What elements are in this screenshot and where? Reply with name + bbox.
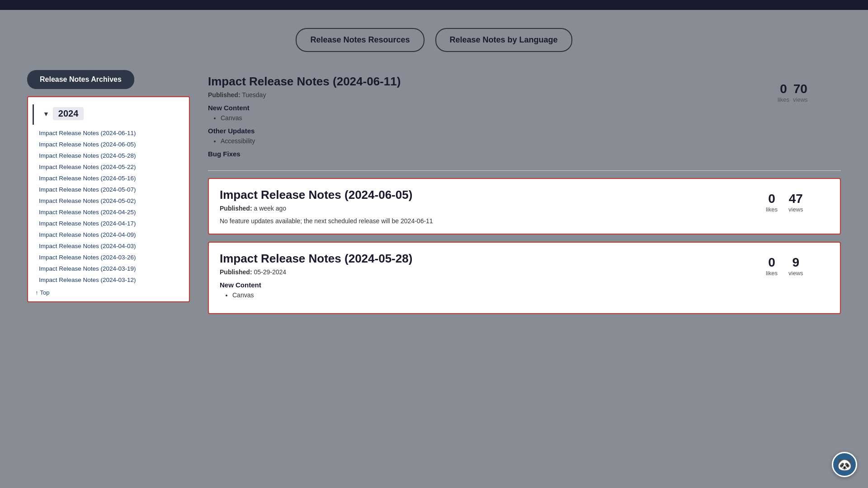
year-label: 2024 [53,107,84,120]
sidebar-item[interactable]: Impact Release Notes (2024-03-26) [35,252,182,263]
article-3-likes-label: likes [766,270,778,277]
article-2-title[interactable]: Impact Release Notes (2024-06-05) [220,188,766,202]
sidebar-item[interactable]: Impact Release Notes (2024-05-22) [35,161,182,173]
sidebar-item[interactable]: Impact Release Notes (2024-06-05) [35,139,182,150]
article-3-stats: 0 likes 9 views [766,252,829,277]
top-arrow-icon: ↑ [35,289,38,296]
article-2-views: 47 views [788,192,803,213]
article-3-title[interactable]: Impact Release Notes (2024-05-28) [220,252,766,266]
article-1-views: 70 views [793,82,808,103]
sidebar-item[interactable]: Impact Release Notes (2024-05-28) [35,150,182,161]
sidebar-item[interactable]: Impact Release Notes (2024-04-17) [35,218,182,229]
article-3-views-label: views [788,270,803,277]
top-label: Top [40,289,50,296]
sidebar-panel: ▼ 2024 Impact Release Notes (2024-06-11)… [27,96,190,302]
article-1: Impact Release Notes (2024-06-11) Publis… [208,70,841,171]
sidebar-item[interactable]: Impact Release Notes (2024-03-12) [35,274,182,286]
article-3-likes-count: 0 [766,255,778,270]
article-1-likes: 0 likes [778,82,789,103]
sidebar-list: Impact Release Notes (2024-06-11) Impact… [28,127,189,286]
sidebar-item[interactable]: Impact Release Notes (2024-06-11) [35,127,182,139]
article-2-likes: 0 likes [766,192,778,213]
article-3-published: Published: 05-29-2024 [220,268,766,276]
sidebar-item[interactable]: Impact Release Notes (2024-03-19) [35,263,182,274]
article-1-likes-label: likes [778,96,789,103]
article-1-other-updates-label: Other Updates [208,127,778,135]
article-1-new-content-label: New Content [208,104,778,112]
article-1-published: Published: Tuesday [208,91,778,99]
article-2-published: Published: a week ago [220,205,766,212]
article-1-stats: 0 likes 70 views [778,78,841,103]
sidebar-item[interactable]: Impact Release Notes (2024-04-09) [35,229,182,240]
article-1-views-count: 70 [793,82,808,96]
chat-bubble[interactable]: 🐼 [832,452,857,477]
list-item: Accessibility [221,136,778,145]
content-area: Impact Release Notes (2024-06-11) Publis… [208,70,868,314]
sidebar-item[interactable]: Impact Release Notes (2024-05-02) [35,195,182,206]
article-2-views-label: views [788,206,803,213]
release-notes-by-language-button[interactable]: Release Notes by Language [435,28,572,52]
article-3: Impact Release Notes (2024-05-28) Publis… [208,242,841,314]
year-header: ▼ 2024 [33,104,189,125]
header-nav: Release Notes Resources Release Notes by… [0,10,868,70]
year-arrow-icon: ▼ [43,110,49,117]
article-3-new-content-list: Canvas [220,291,766,300]
article-3-views-count: 9 [788,255,803,270]
article-3-views: 9 views [788,255,803,277]
article-1-other-updates-list: Accessibility [208,136,778,145]
article-2-likes-label: likes [766,206,778,213]
article-1-views-label: views [793,96,808,103]
list-item: Canvas [221,113,778,122]
article-1-bug-fixes-label: Bug Fixes [208,150,778,158]
sidebar-item[interactable]: Impact Release Notes (2024-04-03) [35,240,182,252]
article-2-views-count: 47 [788,192,803,206]
top-bar [0,0,868,10]
sidebar-item[interactable]: Impact Release Notes (2024-04-25) [35,206,182,218]
article-3-likes: 0 likes [766,255,778,277]
article-1-likes-count: 0 [778,82,789,96]
release-notes-resources-button[interactable]: Release Notes Resources [296,28,424,52]
sidebar-item[interactable]: Impact Release Notes (2024-05-07) [35,184,182,195]
article-1-new-content-list: Canvas [208,113,778,122]
list-item: Canvas [232,291,766,300]
article-3-new-content-label: New Content [220,281,766,289]
article-2-body: No feature updates available; the next s… [220,217,766,225]
article-1-title[interactable]: Impact Release Notes (2024-06-11) [208,75,778,89]
archives-button[interactable]: Release Notes Archives [27,70,134,89]
article-2-stats: 0 likes 47 views [766,188,829,213]
sidebar: Release Notes Archives ▼ 2024 Impact Rel… [27,70,190,302]
article-2-likes-count: 0 [766,192,778,206]
article-2: Impact Release Notes (2024-06-05) Publis… [208,178,841,235]
sidebar-footer-top[interactable]: ↑ Top [28,286,189,298]
sidebar-item[interactable]: Impact Release Notes (2024-05-16) [35,173,182,184]
